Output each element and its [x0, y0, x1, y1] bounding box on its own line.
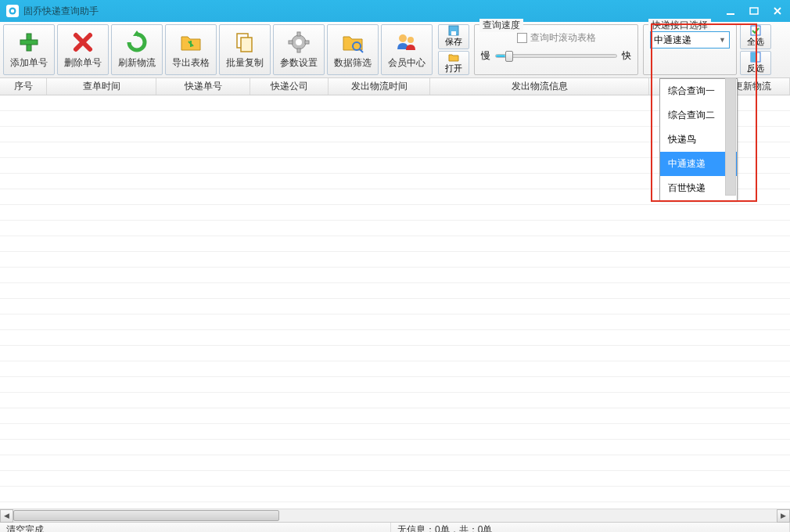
svg-rect-11 [297, 49, 300, 52]
api-combobox[interactable]: 中通速递 ▼ [650, 31, 730, 49]
status-left: 清空完成 [0, 523, 391, 532]
add-number-button[interactable]: 添加单号 [3, 24, 55, 75]
table-row [0, 236, 790, 252]
small-tool-label: 全选 [747, 36, 764, 48]
minimize-button[interactable] [724, 5, 737, 17]
svg-rect-7 [241, 38, 252, 52]
window-title: 固乔快递查询助手 [23, 5, 724, 18]
tool-label: 导出表格 [172, 56, 210, 70]
data-filter-button[interactable]: 数据筛选 [327, 24, 379, 75]
scroll-thumb[interactable] [13, 510, 279, 521]
settings-button[interactable]: 参数设置 [273, 24, 325, 75]
scroll-left-button[interactable]: ◀ [0, 509, 13, 523]
gear-icon [286, 30, 311, 55]
batch-copy-button[interactable]: 批量复制 [219, 24, 271, 75]
svg-point-9 [296, 39, 302, 45]
column-header[interactable]: 序号 [0, 78, 47, 95]
tool-label: 参数设置 [280, 56, 318, 70]
save-button[interactable]: 保存 [438, 24, 469, 49]
speed-legend: 查询速度 [479, 19, 523, 32]
table-row [0, 408, 790, 424]
delete-number-button[interactable]: 删除单号 [57, 24, 109, 75]
invert-icon [750, 52, 761, 63]
chevron-down-icon: ▼ [719, 36, 726, 44]
column-header[interactable]: 发出物流信息 [430, 78, 649, 95]
api-fieldset: 快递接口选择 中通速递 ▼ [643, 24, 737, 75]
table-row [0, 424, 790, 440]
cross-icon [70, 30, 95, 55]
slider-thumb[interactable] [505, 51, 513, 62]
small-tool-label: 保存 [445, 36, 462, 48]
tool-label: 刷新物流 [118, 56, 156, 70]
scroll-right-button[interactable]: ▶ [777, 509, 790, 523]
small-tool-label: 反选 [747, 63, 764, 74]
table-row [0, 361, 790, 377]
scroll-table-checkbox[interactable] [517, 33, 527, 43]
filter-icon [340, 30, 365, 55]
tool-label: 添加单号 [10, 56, 48, 70]
tool-label: 删除单号 [64, 56, 102, 70]
maximize-button[interactable] [748, 5, 760, 17]
svg-rect-12 [289, 41, 293, 44]
svg-rect-19 [751, 26, 760, 35]
table-row [0, 330, 790, 346]
tool-label: 会员中心 [388, 56, 426, 70]
column-header[interactable]: 快递公司 [250, 78, 329, 95]
close-button[interactable] [771, 5, 784, 17]
invert-selection-button[interactable]: 反选 [740, 51, 771, 76]
fast-label: 快 [622, 49, 631, 63]
api-legend: 快递接口选择 [648, 19, 711, 32]
svg-rect-18 [451, 31, 456, 35]
speed-slider[interactable] [495, 54, 617, 58]
folder-icon [178, 30, 203, 55]
open-icon [448, 52, 459, 63]
column-header[interactable]: 发出物流时间 [329, 78, 430, 95]
column-header[interactable]: 快递单号 [156, 78, 250, 95]
select-all-button[interactable]: 全选 [740, 24, 771, 49]
table-row [0, 487, 790, 502]
scroll-track[interactable] [13, 509, 777, 522]
svg-rect-13 [305, 41, 309, 44]
table-row [0, 471, 790, 487]
table-row [0, 315, 790, 330]
status-mid: 无信息：0单，共：0单 [391, 523, 790, 532]
table-row [0, 283, 790, 299]
svg-point-1 [11, 9, 15, 13]
svg-point-16 [408, 37, 414, 43]
app-icon [6, 5, 19, 17]
toolbar: 添加单号 删除单号 刷新物流 导出表格 批量复制 参数设置 数据筛选 会员中心 … [0, 22, 790, 78]
svg-rect-2 [727, 13, 734, 15]
svg-rect-10 [297, 32, 300, 36]
horizontal-scrollbar[interactable]: ◀ ▶ [0, 509, 790, 522]
table-row [0, 299, 790, 315]
table-row [0, 252, 790, 268]
open-button[interactable]: 打开 [438, 51, 469, 76]
copy-icon [232, 30, 257, 55]
table-row [0, 377, 790, 393]
table-row [0, 268, 790, 283]
export-table-button[interactable]: 导出表格 [165, 24, 217, 75]
select-all-icon [750, 25, 761, 36]
dropdown-scrollbar[interactable] [725, 78, 736, 196]
plus-icon [16, 30, 41, 55]
checkbox-label: 查询时滚动表格 [530, 31, 596, 45]
column-header[interactable]: 查单时间 [47, 78, 156, 95]
table-row [0, 346, 790, 361]
save-icon [448, 25, 459, 36]
refresh-logistics-button[interactable]: 刷新物流 [111, 24, 163, 75]
users-icon [394, 30, 419, 55]
speed-fieldset: 查询速度 查询时滚动表格 慢 快 [474, 24, 638, 75]
tool-label: 数据筛选 [334, 56, 372, 70]
svg-point-15 [399, 34, 407, 42]
statusbar: 清空完成 无信息：0单，共：0单 [0, 522, 790, 532]
table-row [0, 440, 790, 455]
svg-rect-3 [750, 8, 758, 14]
refresh-icon [124, 30, 149, 55]
member-center-button[interactable]: 会员中心 [381, 24, 433, 75]
table-row [0, 393, 790, 408]
table-row [0, 221, 790, 236]
svg-rect-21 [751, 52, 756, 62]
table-row [0, 205, 790, 221]
combo-value: 中通速递 [654, 34, 691, 47]
svg-rect-5 [20, 40, 38, 45]
